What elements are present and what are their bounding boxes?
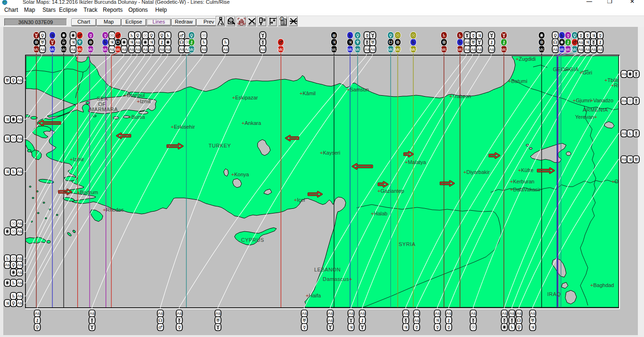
svg-text:As: As [135,40,141,45]
top-glyph-stack: Mc♄︎☉︎ [410,32,416,56]
svg-text:Mc: Mc [572,47,577,52]
glyph-pill-uranusX [176,317,183,324]
glyph-pill-star8 [10,116,17,123]
svg-text:As: As [530,311,535,316]
island [27,150,31,152]
glyph-pill-star8 [627,71,633,78]
glyph-pill-star8 [142,39,149,46]
glyph-pill-sun: ☉︎ [109,32,115,39]
glyph-pill-star8 [538,32,544,39]
glyph-pill-As: As [348,310,354,317]
glyph-pill-mars: ♂︎ [115,32,121,39]
glyph-pill-chiron: ⚷︎ [489,39,495,46]
svg-text:Mc: Mc [77,47,83,52]
glyph-pill-Mc: Mc [60,46,67,53]
top-glyph-stack: Mc⊗︎ [538,32,544,56]
map-canvas[interactable]: +Istanbul+Izmit+Bursa+Eskisehir+Eskipaza… [0,0,644,337]
right-glyph-stack: As♄︎ [619,130,639,137]
glyph-pill-pluto [477,39,483,46]
glyph-pill-As: As [591,46,597,53]
svg-text:♄︎: ♄︎ [11,280,16,286]
svg-text:♃︎: ♃︎ [150,40,154,45]
glyph-pill-As: As [17,269,23,276]
bottom-window-border [0,335,638,337]
glyph-pill-As: As [327,317,334,324]
bottom-glyph-stack: As♅︎ [215,307,221,331]
glyph-pill-As: As [40,46,46,53]
svg-text:As: As [179,47,184,52]
top-glyph-stack: As♃︎☉︎ [109,32,115,56]
top-glyph-stack: As♅︎☿︎ [470,32,477,56]
glyph-pill-Mc: Mc [347,46,353,53]
glyph-pill-jupiter: ♃︎ [4,135,10,142]
top-glyph-stack: Mc♆︎♀︎ [354,32,360,56]
svg-text:Mc: Mc [102,47,108,52]
glyph-pill-star8 [502,324,508,331]
glyph-pill-jupiter: ♃︎ [477,32,483,39]
glyph-pill-sun: ☉︎ [470,324,477,331]
glyph-pill-chiron: ⚷︎ [188,39,194,46]
glyph-pill-Mc: Mc [188,46,194,53]
svg-text:☉︎: ☉︎ [11,256,16,261]
svg-text:Mc: Mc [395,47,401,52]
glyph-pill-Mc: Mc [354,46,360,53]
glyph-pill-node: ☊︎ [158,317,164,324]
glyph-pill-mars: ♂︎ [571,39,577,46]
svg-text:As: As [17,294,22,298]
svg-text:As: As [502,311,507,316]
glyph-pill-As: As [414,317,420,324]
svg-text:As: As [621,131,627,136]
glyph-pill-As: As [509,310,515,317]
svg-text:♅︎: ♅︎ [471,40,476,45]
glyph-pill-uranusX [89,317,95,324]
island [45,218,47,219]
svg-text:⊗︎: ⊗︎ [332,33,336,38]
glyph-pill-As: As [4,262,10,269]
svg-text:♃︎: ♃︎ [349,325,353,330]
glyph-pill-uranus: ♅︎ [40,39,46,46]
svg-text:♃︎: ♃︎ [71,40,75,45]
city-label: +Samsun [347,87,369,92]
svg-text:♂︎: ♂︎ [279,40,283,45]
glyph-pill-jupiter: ♃︎ [4,168,10,175]
region-label: GEORGIA [553,66,579,72]
svg-text:As: As [17,136,22,141]
svg-text:♄︎: ♄︎ [166,33,170,38]
svg-text:☉︎: ☉︎ [471,325,476,330]
svg-text:☉︎: ☉︎ [202,33,206,38]
top-glyph-stack: As☉︎ [142,32,149,56]
glyph-pill-pluto [489,32,495,39]
glyph-pill-chiron: ⚷︎ [159,39,165,46]
svg-text:As: As [471,311,476,316]
glyph-pill-As: As [176,310,183,317]
left-window-border [0,27,3,337]
city-label: +Baghdad [590,282,614,288]
glyph-pill-As: As [327,310,334,317]
glyph-pill-As: As [301,310,308,317]
svg-text:☊︎: ☊︎ [517,318,521,323]
glyph-pill-venus: ♀︎ [40,32,46,39]
glyph-pill-neptune: ♆︎ [76,39,83,46]
svg-text:♅︎: ♅︎ [41,40,45,45]
glyph-pill-jupiter: ♃︎ [4,300,10,307]
svg-text:♂︎: ♂︎ [573,40,577,45]
region-label: LEBANON [314,267,341,272]
glyph-pill-mercury: ☿︎ [565,32,571,39]
glyph-pill-As: As [597,46,603,53]
svg-text:☊︎: ☊︎ [159,318,163,323]
glyph-pill-Mc: Mc [571,46,577,53]
glyph-pill-As: As [165,46,171,53]
map-area[interactable]: +Istanbul+Izmit+Bursa+Eskisehir+Eskipaza… [25,56,625,307]
glyph-pill-mercury: ☿︎ [597,32,603,39]
glyph-pill-uranusX [502,317,508,324]
glyph-pill-uranus: ♅︎ [633,156,639,163]
svg-text:☉︎: ☉︎ [11,136,16,141]
svg-text:☿︎: ☿︎ [366,33,368,38]
glyph-pill-As: As [470,310,477,317]
svg-text:♄︎: ♄︎ [458,33,462,38]
glyph-pill-pluto [327,324,334,331]
glyph-pill-venus: ♀︎ [354,32,360,39]
bottom-glyph-stack: As☿︎ [176,307,183,331]
svg-text:♃︎: ♃︎ [50,33,55,38]
city-label: +Zugdidi [516,56,536,62]
